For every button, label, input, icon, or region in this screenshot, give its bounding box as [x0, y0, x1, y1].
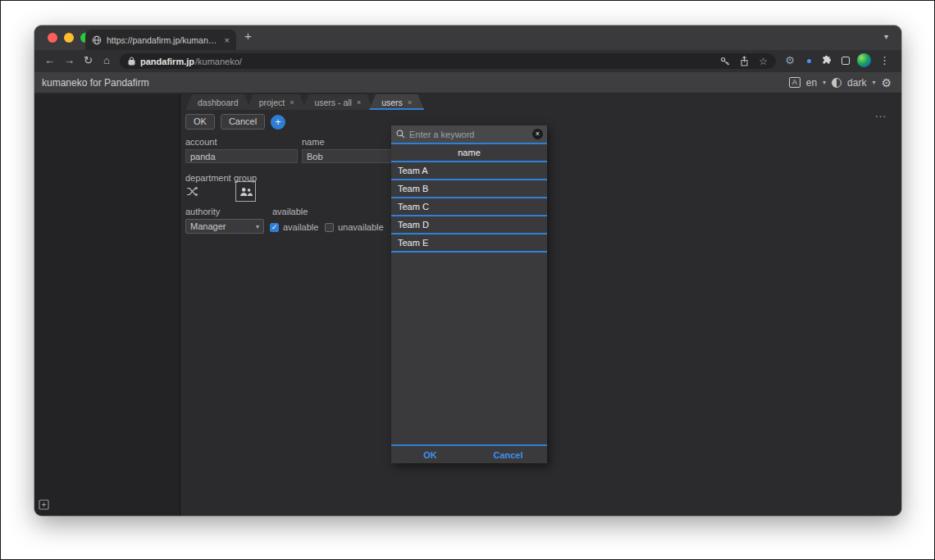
app-tabbar: dashboard project × users - all × users … [185, 94, 420, 110]
language-icon: A [789, 77, 800, 88]
checkbox-label: unavailable [338, 222, 384, 232]
popup-footer: OK Cancel [391, 444, 547, 463]
tab-close-icon[interactable]: × [408, 98, 412, 107]
checkbox-icon [270, 223, 279, 232]
authority-value: Manager [190, 221, 226, 231]
form-toolbar: OK Cancel + [185, 114, 285, 130]
list-item-team-b[interactable]: Team B [391, 180, 547, 198]
list-item-team-d[interactable]: Team D [391, 216, 547, 234]
browser-toolbar: ← → ↻ ⌂ pandafirm.jp/kumaneko/ [34, 50, 901, 72]
list-item-team-a[interactable]: Team A [391, 162, 547, 180]
tab-label: users - all [314, 98, 352, 107]
globe-favicon-icon [92, 35, 102, 45]
authority-label: authority [185, 207, 220, 216]
bookmark-star-icon[interactable]: ☆ [759, 57, 768, 66]
contrast-icon [832, 78, 842, 88]
back-button[interactable]: ← [44, 54, 55, 66]
home-button[interactable]: ⌂ [103, 54, 110, 66]
address-actions: ☆ [720, 56, 768, 66]
app-header: kumaneko for Pandafirm A en ▾ dark ▾ ⚙ [34, 72, 901, 93]
settings-gear-icon[interactable]: ⚙ [881, 76, 892, 89]
available-checkbox[interactable]: available [270, 222, 318, 232]
tab-close-icon[interactable]: × [357, 98, 361, 107]
popup-ok-button[interactable]: OK [391, 446, 469, 463]
share-icon[interactable] [740, 56, 749, 66]
address-bar[interactable]: pandafirm.jp/kumaneko/ ☆ [120, 53, 776, 69]
browser-menu-icon[interactable]: ⋮ [879, 54, 890, 66]
tab-close-icon[interactable]: × [225, 35, 230, 45]
shuffle-icon[interactable] [186, 186, 198, 197]
browser-window: https://pandafirm.jp/kumaneko × + ▾ ← → … [34, 25, 901, 516]
notification-dot [807, 59, 811, 63]
group-picker-popup: × name Team A Team B Team C Team D Team … [391, 125, 547, 463]
clear-search-icon[interactable]: × [532, 129, 543, 139]
account-input[interactable] [185, 149, 298, 163]
keyword-search-input[interactable] [409, 130, 528, 139]
extension-gear-icon[interactable]: ⚙ [785, 54, 795, 66]
search-icon [396, 130, 405, 139]
sidebar-expand-icon[interactable] [39, 499, 49, 510]
overflow-menu-icon[interactable]: … [874, 106, 888, 120]
tab-label: users [381, 98, 403, 107]
reload-button[interactable]: ↻ [84, 54, 93, 66]
group-people-icon [239, 187, 253, 197]
unavailable-checkbox[interactable]: unavailable [325, 222, 384, 232]
sidebar [34, 94, 180, 516]
tab-overview-icon[interactable] [842, 57, 850, 65]
theme-select[interactable]: dark [847, 77, 866, 89]
popup-column-header: name [391, 144, 547, 162]
add-button[interactable]: + [271, 115, 285, 130]
minimize-window-button[interactable] [64, 33, 74, 43]
account-label: account [185, 137, 217, 147]
browser-tab-title: https://pandafirm.jp/kumaneko [107, 35, 220, 45]
app-title: kumaneko for Pandafirm [34, 77, 149, 89]
popup-search-row: × [391, 125, 547, 144]
traffic-lights [48, 33, 90, 43]
browser-titlebar: https://pandafirm.jp/kumaneko × + ▾ [34, 25, 901, 50]
list-item-team-c[interactable]: Team C [391, 198, 547, 216]
forward-button[interactable]: → [64, 54, 75, 66]
tab-label: project [259, 98, 285, 107]
tab-search-chevron-icon[interactable]: ▾ [884, 32, 888, 41]
tab-users[interactable]: users × [369, 94, 424, 110]
language-chevron-icon[interactable]: ▾ [823, 79, 826, 86]
address-host: pandafirm.jp [140, 57, 194, 66]
screenshot-frame: https://pandafirm.jp/kumaneko × + ▾ ← → … [0, 0, 935, 560]
select-chevron-icon: ▾ [256, 223, 259, 230]
app-header-controls: A en ▾ dark ▾ ⚙ [789, 76, 901, 89]
tab-label: dashboard [198, 98, 239, 107]
language-select[interactable]: en [806, 77, 817, 89]
list-item-team-e[interactable]: Team E [391, 234, 547, 253]
tab-project[interactable]: project × [247, 94, 307, 110]
extensions-puzzle-icon[interactable] [821, 54, 832, 65]
group-picker-button[interactable] [235, 181, 256, 202]
tab-close-icon[interactable]: × [290, 98, 294, 107]
checkbox-label: available [283, 222, 318, 232]
new-tab-button[interactable]: + [244, 29, 252, 43]
name-label: name [302, 137, 325, 147]
department-label: department [185, 173, 231, 183]
browser-tab[interactable]: https://pandafirm.jp/kumaneko × [85, 30, 236, 50]
cancel-button[interactable]: Cancel [221, 114, 265, 130]
close-window-button[interactable] [48, 33, 57, 43]
tab-users-all[interactable]: users - all × [302, 94, 373, 110]
available-label: available [272, 207, 308, 216]
authority-select[interactable]: Manager ▾ [185, 219, 264, 234]
key-icon[interactable] [720, 57, 730, 66]
lock-icon [128, 57, 135, 66]
tab-dashboard[interactable]: dashboard [185, 94, 251, 110]
address-path: /kumaneko/ [195, 57, 242, 66]
popup-cancel-button[interactable]: Cancel [469, 446, 547, 463]
main-content: dashboard project × users - all × users … [181, 94, 901, 516]
theme-chevron-icon[interactable]: ▾ [872, 79, 875, 86]
ok-button[interactable]: OK [185, 114, 215, 130]
checkbox-icon [325, 223, 334, 232]
profile-avatar[interactable] [857, 53, 871, 67]
